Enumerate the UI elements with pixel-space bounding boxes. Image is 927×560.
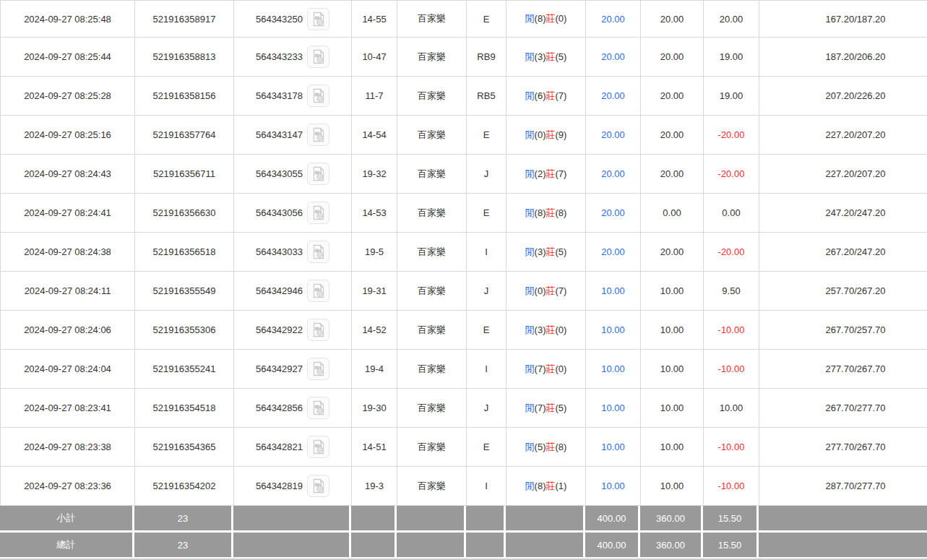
video-replay-button[interactable] <box>307 397 329 419</box>
player-points: (0) <box>535 129 546 140</box>
banker-points: (5) <box>556 51 567 62</box>
game-type-cell: 百家樂 <box>397 428 467 467</box>
bet-time-cell: 2024-09-27 08:23:41 <box>1 389 135 428</box>
round-id-text: 564343250 <box>256 14 303 25</box>
table-number-cell: 19-4 <box>352 350 397 389</box>
win-loss-cell: -10.00 <box>704 311 759 350</box>
banker-label: 莊 <box>546 51 556 62</box>
table-row: 2024-09-27 08:25:28 521916358156 5643431… <box>1 77 927 116</box>
bet-amount-cell: 10.00 <box>586 272 641 311</box>
video-replay-button[interactable] <box>307 8 329 30</box>
video-replay-button[interactable] <box>307 163 329 185</box>
round-id-cell: 564342821 <box>234 428 352 467</box>
valid-bet-cell: 20.00 <box>641 77 704 116</box>
valid-bet-cell: 0.00 <box>641 194 704 233</box>
video-replay-button[interactable] <box>307 358 329 380</box>
player-label: 閒 <box>525 481 535 491</box>
balance-cell: 227.20/207.20 <box>759 155 927 194</box>
video-file-icon <box>309 321 327 339</box>
player-label: 閒 <box>525 402 535 413</box>
video-file-icon <box>309 126 327 144</box>
bet-id-cell: 521916356518 <box>135 233 234 272</box>
round-id-text: 564342821 <box>256 441 303 452</box>
game-type-cell: 百家樂 <box>397 272 467 311</box>
player-points: (5) <box>535 441 546 452</box>
subtotal-empty <box>759 506 927 530</box>
video-replay-button[interactable] <box>307 475 329 497</box>
video-replay-button[interactable] <box>307 46 329 68</box>
game-type-cell: 百家樂 <box>397 233 467 272</box>
table-row: 2024-09-27 08:23:38 521916354365 5643428… <box>1 428 927 467</box>
banker-points: (7) <box>556 90 567 101</box>
player-points: (3) <box>535 246 546 257</box>
total-row: 總計 23 400.00 360.00 15.50 <box>0 533 927 557</box>
banker-points: (7) <box>556 168 567 179</box>
result-cell: 閒(8)莊(0) <box>506 1 586 38</box>
round-id-text: 564343056 <box>256 207 303 218</box>
bet-amount-cell: 20.00 <box>586 77 641 116</box>
bet-amount-cell: 20.00 <box>586 155 641 194</box>
table-row: 2024-09-27 08:23:41 521916354518 5643428… <box>1 389 927 428</box>
banker-label: 莊 <box>546 285 556 296</box>
result-cell: 閒(7)莊(0) <box>506 350 586 389</box>
total-count: 23 <box>134 533 233 557</box>
valid-bet-cell: 10.00 <box>641 350 704 389</box>
table-code-cell: I <box>467 233 506 272</box>
video-replay-button[interactable] <box>307 85 329 107</box>
table-row: 2024-09-27 08:24:41 521916356630 5643430… <box>1 194 927 233</box>
video-file-icon <box>309 399 327 417</box>
table-number-cell: 14-51 <box>352 428 397 467</box>
round-id-text: 564343233 <box>256 51 303 62</box>
result-cell: 閒(6)莊(7) <box>506 77 586 116</box>
video-replay-button[interactable] <box>307 124 329 146</box>
total-bet: 400.00 <box>585 533 640 557</box>
bet-id-cell: 521916358917 <box>135 1 234 38</box>
table-code-cell: E <box>467 428 506 467</box>
balance-cell: 287.70/277.70 <box>759 467 927 506</box>
round-id-cell: 564343147 <box>234 116 352 155</box>
win-loss-cell: -20.00 <box>704 233 759 272</box>
bet-time-cell: 2024-09-27 08:25:28 <box>1 77 135 116</box>
balance-cell: 267.70/257.70 <box>759 311 927 350</box>
win-loss-cell: -10.00 <box>704 350 759 389</box>
bet-time-cell: 2024-09-27 08:25:16 <box>1 116 135 155</box>
result-cell: 閒(3)莊(0) <box>506 311 586 350</box>
video-file-icon <box>309 243 327 261</box>
total-valid: 360.00 <box>640 533 703 557</box>
total-empty <box>759 533 927 557</box>
subtotal-row: 小計 23 400.00 360.00 15.50 <box>0 506 927 530</box>
table-row: 2024-09-27 08:25:44 521916358813 5643432… <box>1 38 927 77</box>
result-cell: 閒(8)莊(1) <box>506 467 586 506</box>
bet-time-cell: 2024-09-27 08:24:04 <box>1 350 135 389</box>
video-file-icon <box>309 477 327 495</box>
video-replay-button[interactable] <box>307 280 329 302</box>
subtotal-count: 23 <box>134 506 233 530</box>
table-number-cell: 11-7 <box>352 77 397 116</box>
balance-cell: 267.70/277.70 <box>759 389 927 428</box>
result-cell: 閒(8)莊(8) <box>506 194 586 233</box>
result-cell: 閒(5)莊(8) <box>506 428 586 467</box>
player-points: (7) <box>535 402 546 413</box>
table-code-cell: E <box>467 1 506 38</box>
valid-bet-cell: 10.00 <box>641 389 704 428</box>
banker-label: 莊 <box>546 402 556 413</box>
video-replay-button[interactable] <box>307 202 329 224</box>
video-replay-button[interactable] <box>307 436 329 458</box>
bet-id-cell: 521916357764 <box>135 116 234 155</box>
player-label: 閒 <box>525 129 535 140</box>
player-label: 閒 <box>525 51 535 62</box>
game-type-cell: 百家樂 <box>397 350 467 389</box>
round-id-cell: 564342922 <box>234 311 352 350</box>
video-replay-button[interactable] <box>307 319 329 341</box>
win-loss-cell: 9.50 <box>704 272 759 311</box>
table-code-cell: E <box>467 311 506 350</box>
bet-time-cell: 2024-09-27 08:24:43 <box>1 155 135 194</box>
round-id-text: 564343055 <box>256 168 303 179</box>
table-row: 2024-09-27 08:25:48 521916358917 5643432… <box>1 1 927 38</box>
bet-amount-cell: 20.00 <box>586 194 641 233</box>
table-number-cell: 19-32 <box>352 155 397 194</box>
video-replay-button[interactable] <box>307 241 329 263</box>
bet-time-cell: 2024-09-27 08:24:11 <box>1 272 135 311</box>
balance-cell: 227.20/207.20 <box>759 116 927 155</box>
bet-id-cell: 521916358813 <box>135 38 234 77</box>
